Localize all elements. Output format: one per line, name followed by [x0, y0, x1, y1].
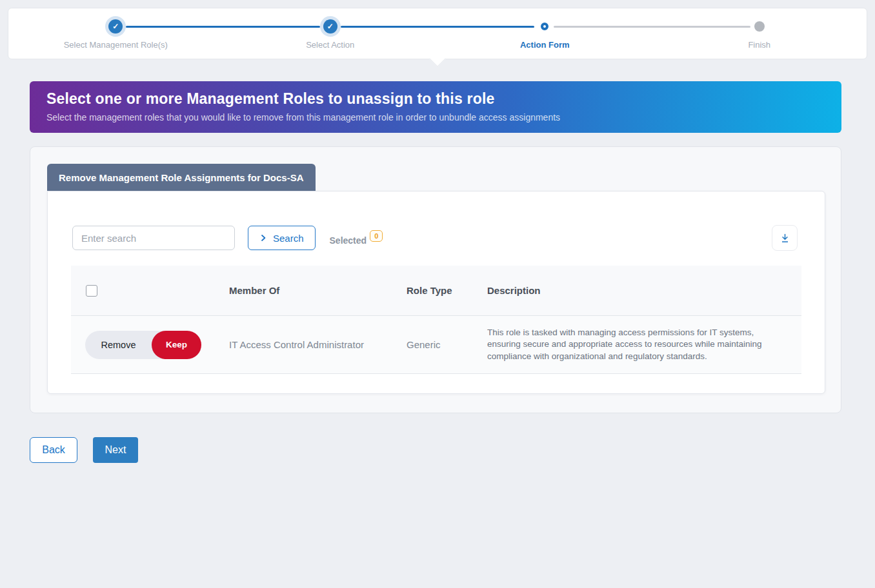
toggle-remove-option[interactable]: Remove — [85, 340, 152, 350]
stepper-card: ✓ Select Management Role(s) ✓ Select Act… — [8, 8, 867, 59]
selected-count-badge: 0 — [370, 230, 383, 242]
selected-counter: Selected 0 — [330, 230, 383, 246]
assignments-table: Member Of Role Type Description Remove K… — [71, 266, 801, 374]
stepper-step-select-action[interactable]: ✓ Select Action — [223, 8, 438, 59]
toolbar: Search Selected 0 — [72, 225, 798, 251]
page-title: Select one or more Management Roles to u… — [46, 90, 825, 108]
column-header-member-of: Member Of — [229, 285, 407, 296]
stepper-step-label: Action Form — [520, 40, 570, 50]
search-input[interactable] — [72, 226, 235, 250]
main-panel: Remove Management Role Assignments for D… — [30, 146, 841, 413]
check-icon: ✓ — [323, 19, 337, 34]
search-button[interactable]: Search — [248, 226, 316, 250]
check-icon: ✓ — [108, 19, 123, 34]
table-row: Remove Keep IT Access Control Administra… — [71, 316, 801, 374]
wizard-footer: Back Next — [30, 437, 138, 463]
tab-remove-management-role-assignments[interactable]: Remove Management Role Assignments for D… — [47, 164, 316, 191]
download-button[interactable] — [772, 225, 798, 251]
upcoming-step-dot-icon — [754, 21, 765, 32]
member-of-value: IT Access Control Administrator — [229, 339, 407, 350]
assignments-card: Search Selected 0 Mem — [47, 191, 825, 394]
stepper-step-label: Select Action — [306, 40, 354, 50]
back-button[interactable]: Back — [30, 437, 77, 463]
role-type-value: Generic — [407, 339, 487, 350]
column-header-role-type: Role Type — [407, 285, 487, 296]
page-header-banner: Select one or more Management Roles to u… — [30, 81, 841, 133]
column-header-description: Description — [487, 285, 801, 296]
remove-keep-toggle[interactable]: Remove Keep — [85, 331, 201, 359]
selected-label: Selected — [330, 235, 367, 246]
download-icon — [779, 233, 790, 244]
stepper-step-label: Finish — [748, 40, 770, 50]
search-button-label: Search — [273, 233, 304, 244]
toggle-keep-option[interactable]: Keep — [152, 331, 201, 359]
stepper-step-select-management-roles[interactable]: ✓ Select Management Role(s) — [8, 8, 223, 59]
chevron-right-icon — [259, 234, 267, 242]
active-step-dot-icon — [541, 23, 548, 30]
page-subtitle: Select the management roles that you wou… — [46, 112, 825, 122]
table-header-row: Member Of Role Type Description — [71, 266, 801, 316]
next-button[interactable]: Next — [93, 437, 138, 463]
stepper-step-action-form[interactable]: Action Form — [438, 8, 652, 59]
select-all-checkbox[interactable] — [86, 285, 97, 297]
stepper-step-finish[interactable]: Finish — [652, 8, 867, 59]
description-value: This role is tasked with managing access… — [487, 327, 801, 362]
stepper-step-label: Select Management Role(s) — [64, 40, 168, 50]
